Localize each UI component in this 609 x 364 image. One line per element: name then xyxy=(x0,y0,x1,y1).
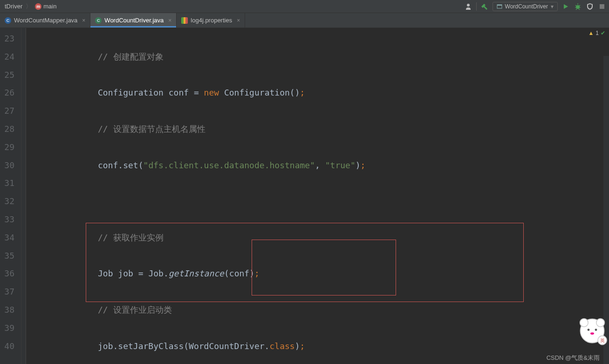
properties-file-icon xyxy=(181,17,188,24)
close-icon[interactable]: × xyxy=(237,17,240,24)
editor-tab[interactable]: log4j.properties × xyxy=(177,13,245,27)
code-line xyxy=(31,192,609,211)
line-number: 39 xyxy=(0,319,14,337)
line-number: 31 xyxy=(0,174,14,192)
code-line: conf.set("dfs.client.use.datanode.hostna… xyxy=(31,157,609,175)
toolbar-right: WordCountDriver ▾ xyxy=(464,2,606,11)
line-number: 40 xyxy=(0,337,14,356)
breadcrumb-label: tDriver xyxy=(5,3,22,10)
separator xyxy=(476,2,477,11)
tab-label: log4j.properties xyxy=(191,17,232,24)
line-number: 29 xyxy=(0,138,14,157)
svg-rect-3 xyxy=(600,4,604,9)
code-line: job.setJarByClass(WordCountDriver.class)… xyxy=(31,337,609,356)
tab-label: WordCountMapper.java xyxy=(14,17,77,24)
line-number: 34 xyxy=(0,229,14,247)
breadcrumb-separator: 〉 xyxy=(24,2,33,11)
close-icon[interactable]: × xyxy=(82,17,85,24)
code-line: // 设置数据节点主机名属性 xyxy=(31,120,609,138)
code-line: // 创建配置对象 xyxy=(31,48,609,66)
line-number: 27 xyxy=(0,102,14,120)
line-number: 30 xyxy=(0,157,14,175)
stop-icon[interactable] xyxy=(598,2,606,11)
line-number: 25 xyxy=(0,66,14,84)
coverage-icon[interactable] xyxy=(586,2,594,11)
line-number: 36 xyxy=(0,265,14,283)
java-class-icon: C xyxy=(95,17,102,24)
code-line: Job job = Job.getInstance(conf); xyxy=(31,265,609,283)
line-number: 37 xyxy=(0,283,14,301)
code-line: // 设置作业启动类 xyxy=(31,301,609,319)
line-number: 38 xyxy=(0,301,14,319)
method-icon: m xyxy=(35,3,41,10)
breadcrumb-part[interactable]: m main xyxy=(33,3,58,10)
run-config-label: WordCountDriver xyxy=(505,3,548,10)
vertical-scrollbar[interactable] xyxy=(603,56,609,364)
line-number: 23 xyxy=(0,30,14,48)
line-number: 32 xyxy=(0,192,14,211)
editor-tab[interactable]: C WordCountDriver.java × xyxy=(90,13,177,27)
breadcrumb-part[interactable]: tDriver xyxy=(3,3,24,10)
line-number: 24 xyxy=(0,48,14,66)
navigation-bar: tDriver 〉 m main WordCountDriver ▾ xyxy=(0,0,609,13)
application-icon xyxy=(497,4,502,9)
svg-point-2 xyxy=(576,5,580,9)
watermark-text: CSDN @气质&末雨 xyxy=(547,354,600,362)
debug-icon[interactable] xyxy=(574,2,582,11)
editor-tab[interactable]: C WordCountMapper.java × xyxy=(0,13,90,27)
tab-label: WordCountDriver.java xyxy=(104,17,164,24)
gutter-stripe xyxy=(21,28,26,364)
code-line: Configuration conf = new Configuration()… xyxy=(31,84,609,102)
line-number: 28 xyxy=(0,120,14,138)
line-number: 33 xyxy=(0,211,14,229)
editor-tabs: C WordCountMapper.java × C WordCountDriv… xyxy=(0,13,609,28)
line-number: 35 xyxy=(0,247,14,265)
run-config-selector[interactable]: WordCountDriver ▾ xyxy=(493,2,558,11)
code-line: // 获取作业实例 xyxy=(31,229,609,247)
line-number: 26 xyxy=(0,84,14,102)
line-number-gutter: 23 24 25 26 27 28 29 30 31 32 33 34 35 3… xyxy=(0,28,21,364)
user-icon[interactable] xyxy=(464,2,472,11)
java-class-icon: C xyxy=(5,17,11,24)
code-editor[interactable]: 23 24 25 26 27 28 29 30 31 32 33 34 35 3… xyxy=(0,28,609,364)
chevron-down-icon: ▾ xyxy=(551,3,554,10)
run-icon[interactable] xyxy=(561,2,570,11)
code-area[interactable]: // 创建配置对象 Configuration conf = new Confi… xyxy=(26,28,609,364)
breadcrumb-label: main xyxy=(43,3,56,10)
build-icon[interactable] xyxy=(480,2,489,11)
svg-rect-1 xyxy=(497,5,502,6)
close-icon[interactable]: × xyxy=(168,17,171,24)
